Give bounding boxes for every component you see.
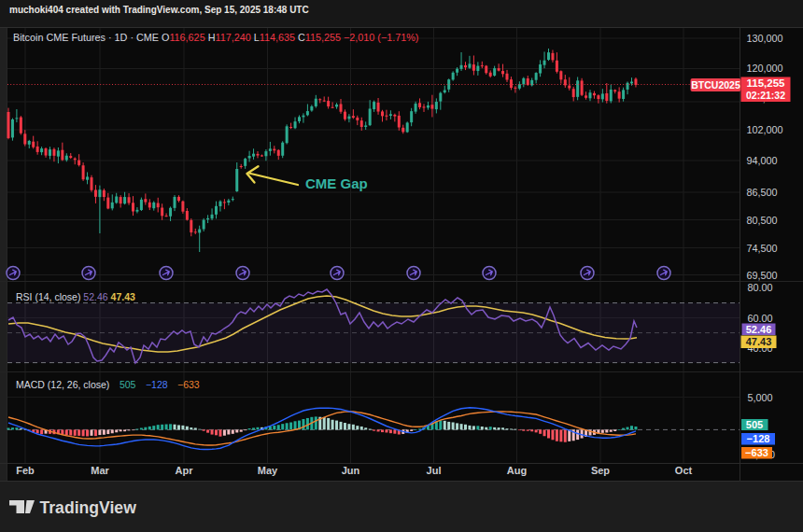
svg-text:120,000: 120,000: [747, 63, 783, 74]
svg-text:47.43: 47.43: [746, 336, 772, 347]
svg-text:RSI (14, close) 52.46 47.43: RSI (14, close) 52.46 47.43: [16, 291, 135, 302]
svg-text:60.00: 60.00: [748, 313, 773, 324]
svg-text:102,000: 102,000: [747, 124, 783, 135]
svg-text:Sep: Sep: [591, 465, 610, 476]
svg-text:Mar: Mar: [91, 465, 109, 476]
svg-text:69,500: 69,500: [747, 270, 778, 281]
svg-text:94,000: 94,000: [747, 155, 778, 166]
svg-text:Apr: Apr: [176, 465, 194, 476]
svg-text:Jun: Jun: [342, 465, 360, 476]
svg-text:Bitcoin CME Futures · 1D · CME: Bitcoin CME Futures · 1D · CME O116,625 …: [13, 32, 418, 43]
svg-text:74,500: 74,500: [747, 243, 778, 254]
svg-text:80.00: 80.00: [748, 282, 773, 293]
svg-text:CME Gap: CME Gap: [305, 175, 368, 191]
svg-text:BTCU2025: BTCU2025: [691, 79, 740, 91]
svg-text:02:21:32: 02:21:32: [746, 90, 785, 101]
svg-text:muchoki404 created with Tradin: muchoki404 created with TradingView.com,…: [9, 5, 309, 15]
svg-text:−633: −633: [745, 447, 768, 458]
svg-text:−128: −128: [747, 433, 770, 444]
svg-text:Jul: Jul: [427, 465, 442, 476]
svg-text:505: 505: [746, 419, 763, 430]
svg-text:Oct: Oct: [675, 465, 693, 476]
svg-text:Feb: Feb: [16, 465, 35, 476]
svg-text:86,500: 86,500: [747, 187, 778, 198]
svg-text:MACD (12, 26, close) 505 −128: MACD (12, 26, close) 505 −128 −633: [16, 379, 200, 390]
svg-text:May: May: [258, 465, 278, 476]
svg-text:130,000: 130,000: [747, 33, 783, 44]
svg-text:TradingView: TradingView: [40, 498, 137, 517]
svg-text:115,255: 115,255: [747, 77, 786, 89]
svg-text:52.46: 52.46: [746, 324, 772, 335]
svg-text:5,000: 5,000: [748, 392, 773, 403]
svg-text:Aug: Aug: [507, 465, 527, 476]
svg-text:80,500: 80,500: [747, 215, 778, 226]
